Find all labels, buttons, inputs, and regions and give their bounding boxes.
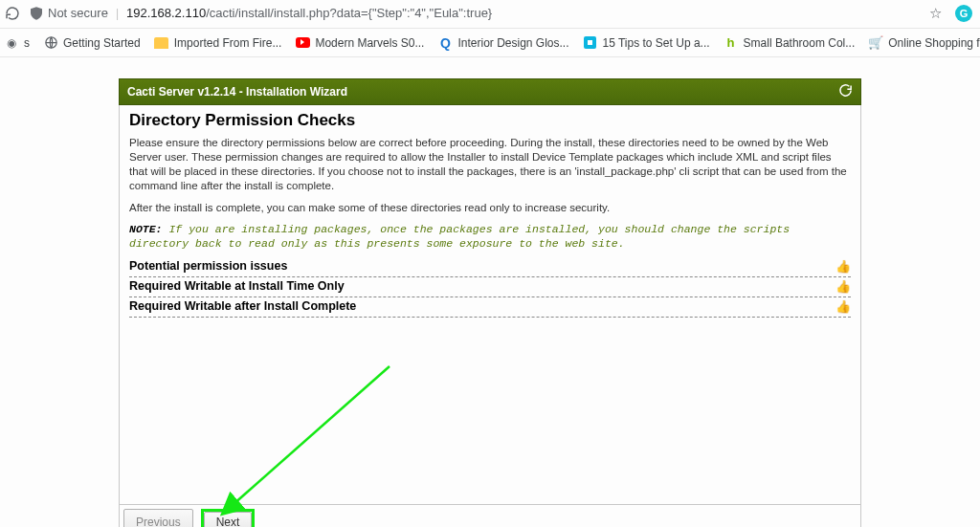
not-secure-label: Not secure (48, 6, 108, 20)
browser-address-bar: Not secure | 192.168.2.110/cacti/install… (0, 0, 980, 29)
previous-button[interactable]: Previous (123, 509, 193, 527)
globe-icon: ◉ (4, 35, 19, 51)
installer-header-title: Cacti Server v1.2.14 - Installation Wiza… (127, 85, 347, 99)
square-icon (583, 35, 598, 51)
url-host: 192.168.2.110 (126, 6, 206, 20)
bookmark-item[interactable]: Modern Marvels S0... (295, 35, 424, 51)
bookmark-item[interactable]: Getting Started (43, 35, 141, 51)
refresh-icon[interactable] (838, 83, 853, 100)
bookmark-label: Small Bathroom Col... (744, 36, 856, 50)
bookmark-star-icon[interactable]: ☆ (929, 5, 942, 22)
thumbs-up-icon: 👍 (835, 279, 851, 294)
wizard-footer: Previous Next (119, 505, 861, 527)
bookmark-label: s (24, 36, 30, 50)
bookmark-label: Interior Design Glos... (457, 36, 568, 50)
section-label: Required Writable at Install Time Only (129, 279, 345, 293)
bookmark-label: Modern Marvels S0... (315, 36, 424, 50)
section-writable-install[interactable]: Required Writable at Install Time Only 👍 (129, 277, 851, 297)
bookmark-item[interactable]: Imported From Fire... (154, 35, 282, 51)
bookmark-item[interactable]: h Small Bathroom Col... (724, 35, 856, 51)
h-icon: h (724, 35, 739, 51)
section-label: Required Writable after Install Complete (129, 299, 356, 313)
next-button-highlight: Next (201, 509, 256, 527)
installer-wizard: Cacti Server v1.2.14 - Installation Wiza… (119, 78, 861, 527)
svg-line-1 (233, 366, 390, 505)
installer-body: Directory Permission Checks Please ensur… (119, 105, 861, 505)
cart-icon: 🛒 (868, 35, 883, 51)
section-potential-issues[interactable]: Potential permission issues 👍 (129, 257, 851, 277)
thumbs-up-icon: 👍 (835, 299, 851, 314)
folder-icon (154, 35, 169, 51)
bookmark-label: 15 Tips to Set Up a... (603, 36, 710, 50)
thumbs-up-icon: 👍 (835, 259, 851, 274)
globe-icon (43, 35, 58, 51)
url-address[interactable]: 192.168.2.110/cacti/install/install.php?… (126, 6, 922, 20)
q-icon: Q (437, 35, 453, 51)
paragraph-security: After the install is complete, you can m… (129, 201, 851, 215)
bookmarks-bar: ◉ s Getting Started Imported From Fire..… (0, 29, 980, 57)
url-path: /cacti/install/install.php?data={"Step":… (206, 6, 492, 20)
page-title: Directory Permission Checks (129, 111, 851, 130)
section-writable-after[interactable]: Required Writable after Install Complete… (129, 297, 851, 318)
paragraph-intro: Please ensure the directory permissions … (129, 136, 851, 193)
reload-icon[interactable] (4, 5, 21, 22)
note-body: If you are installing packages, once the… (129, 223, 790, 250)
bookmark-item[interactable]: 15 Tips to Set Up a... (583, 35, 710, 51)
extension-icon[interactable]: G (955, 5, 972, 22)
section-label: Potential permission issues (129, 259, 287, 273)
security-indicator[interactable]: Not secure (29, 6, 108, 21)
next-button[interactable]: Next (204, 512, 253, 527)
bookmark-label: Getting Started (63, 36, 141, 50)
bookmark-item[interactable]: Q Interior Design Glos... (437, 35, 568, 51)
bookmark-item[interactable]: ◉ s (4, 35, 30, 51)
installer-header: Cacti Server v1.2.14 - Installation Wiza… (119, 78, 861, 105)
bookmark-label: Online Shopping fo... (888, 36, 980, 50)
youtube-icon (295, 35, 310, 51)
note-label: NOTE: (129, 223, 163, 235)
bookmark-label: Imported From Fire... (174, 36, 282, 50)
bookmark-item[interactable]: 🛒 Online Shopping fo... (868, 35, 980, 51)
note-text: NOTE: If you are installing packages, on… (129, 223, 851, 252)
